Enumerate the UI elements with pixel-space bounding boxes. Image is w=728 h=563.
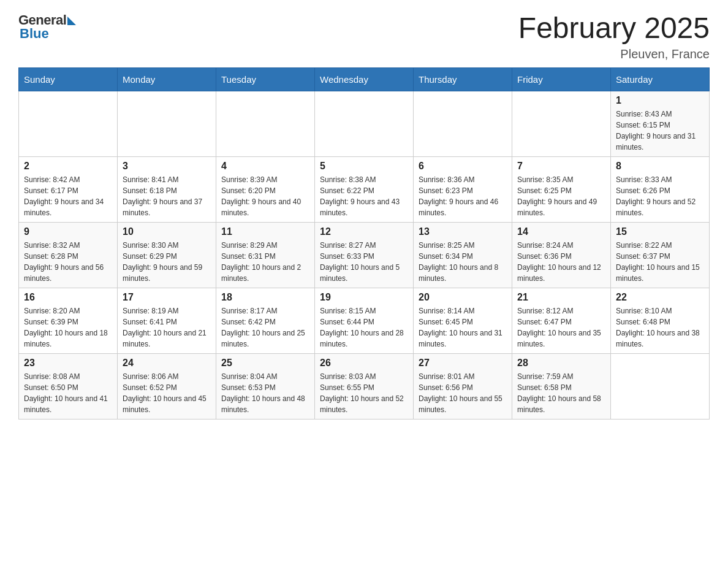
calendar-day-header: Thursday	[414, 67, 512, 91]
day-number: 7	[517, 161, 605, 172]
day-number: 27	[419, 358, 507, 369]
day-number: 13	[419, 226, 507, 237]
day-number: 11	[221, 226, 309, 237]
calendar-cell	[512, 91, 611, 156]
calendar-cell: 22Sunrise: 8:10 AMSunset: 6:48 PMDayligh…	[611, 288, 710, 353]
page-header: General Blue February 2025 Pleuven, Fran…	[18, 12, 710, 61]
day-number: 6	[419, 161, 507, 172]
calendar-cell: 13Sunrise: 8:25 AMSunset: 6:34 PMDayligh…	[414, 222, 512, 288]
calendar-week-row: 16Sunrise: 8:20 AMSunset: 6:39 PMDayligh…	[19, 288, 710, 353]
calendar-table: SundayMondayTuesdayWednesdayThursdayFrid…	[18, 67, 710, 419]
day-info: Sunrise: 8:35 AMSunset: 6:25 PMDaylight:…	[517, 174, 605, 218]
day-info: Sunrise: 8:25 AMSunset: 6:34 PMDaylight:…	[419, 240, 507, 284]
day-info: Sunrise: 8:30 AMSunset: 6:29 PMDaylight:…	[123, 240, 211, 284]
calendar-day-header: Monday	[118, 67, 216, 91]
calendar-cell: 26Sunrise: 8:03 AMSunset: 6:55 PMDayligh…	[315, 353, 414, 419]
day-number: 15	[616, 226, 704, 237]
day-info: Sunrise: 8:36 AMSunset: 6:23 PMDaylight:…	[419, 174, 507, 218]
day-info: Sunrise: 8:39 AMSunset: 6:20 PMDaylight:…	[221, 174, 309, 218]
calendar-cell: 19Sunrise: 8:15 AMSunset: 6:44 PMDayligh…	[315, 288, 414, 353]
calendar-day-header: Wednesday	[315, 67, 414, 91]
calendar-cell: 9Sunrise: 8:32 AMSunset: 6:28 PMDaylight…	[19, 222, 118, 288]
calendar-cell	[315, 91, 414, 156]
day-number: 22	[616, 292, 704, 303]
day-info: Sunrise: 8:33 AMSunset: 6:26 PMDaylight:…	[616, 174, 704, 218]
calendar-header-row: SundayMondayTuesdayWednesdayThursdayFrid…	[19, 67, 710, 91]
calendar-cell: 6Sunrise: 8:36 AMSunset: 6:23 PMDaylight…	[414, 156, 512, 222]
day-number: 28	[517, 358, 605, 369]
calendar-cell: 16Sunrise: 8:20 AMSunset: 6:39 PMDayligh…	[19, 288, 118, 353]
calendar-cell: 2Sunrise: 8:42 AMSunset: 6:17 PMDaylight…	[19, 156, 118, 222]
logo-blue-text: Blue	[18, 26, 49, 42]
calendar-cell: 23Sunrise: 8:08 AMSunset: 6:50 PMDayligh…	[19, 353, 118, 419]
calendar-cell: 12Sunrise: 8:27 AMSunset: 6:33 PMDayligh…	[315, 222, 414, 288]
calendar-week-row: 23Sunrise: 8:08 AMSunset: 6:50 PMDayligh…	[19, 353, 710, 419]
calendar-body: 1Sunrise: 8:43 AMSunset: 6:15 PMDaylight…	[19, 91, 710, 419]
title-section: February 2025 Pleuven, France	[518, 12, 710, 61]
day-info: Sunrise: 8:43 AMSunset: 6:15 PMDaylight:…	[616, 109, 704, 153]
day-number: 4	[221, 161, 309, 172]
calendar-day-header: Saturday	[611, 67, 710, 91]
day-number: 12	[320, 226, 408, 237]
logo: General Blue	[18, 12, 76, 42]
day-info: Sunrise: 8:10 AMSunset: 6:48 PMDaylight:…	[616, 305, 704, 350]
calendar-cell: 1Sunrise: 8:43 AMSunset: 6:15 PMDaylight…	[611, 91, 710, 156]
day-number: 1	[616, 95, 704, 106]
calendar-cell: 14Sunrise: 8:24 AMSunset: 6:36 PMDayligh…	[512, 222, 611, 288]
day-info: Sunrise: 8:12 AMSunset: 6:47 PMDaylight:…	[517, 305, 605, 350]
day-info: Sunrise: 8:24 AMSunset: 6:36 PMDaylight:…	[517, 240, 605, 284]
day-info: Sunrise: 8:19 AMSunset: 6:41 PMDaylight:…	[123, 305, 211, 350]
calendar-cell: 5Sunrise: 8:38 AMSunset: 6:22 PMDaylight…	[315, 156, 414, 222]
calendar-cell: 21Sunrise: 8:12 AMSunset: 6:47 PMDayligh…	[512, 288, 611, 353]
day-number: 26	[320, 358, 408, 369]
day-info: Sunrise: 8:01 AMSunset: 6:56 PMDaylight:…	[419, 371, 507, 415]
calendar-week-row: 1Sunrise: 8:43 AMSunset: 6:15 PMDaylight…	[19, 91, 710, 156]
day-number: 3	[123, 161, 211, 172]
day-number: 21	[517, 292, 605, 303]
calendar-cell	[19, 91, 118, 156]
logo-arrow-icon	[67, 17, 76, 25]
day-number: 25	[221, 358, 309, 369]
calendar-day-header: Friday	[512, 67, 611, 91]
calendar-cell: 25Sunrise: 8:04 AMSunset: 6:53 PMDayligh…	[216, 353, 315, 419]
day-info: Sunrise: 8:03 AMSunset: 6:55 PMDaylight:…	[320, 371, 408, 415]
calendar-cell: 18Sunrise: 8:17 AMSunset: 6:42 PMDayligh…	[216, 288, 315, 353]
day-number: 19	[320, 292, 408, 303]
day-number: 10	[123, 226, 211, 237]
calendar-cell: 10Sunrise: 8:30 AMSunset: 6:29 PMDayligh…	[118, 222, 216, 288]
day-info: Sunrise: 8:14 AMSunset: 6:45 PMDaylight:…	[419, 305, 507, 350]
day-info: Sunrise: 8:41 AMSunset: 6:18 PMDaylight:…	[123, 174, 211, 218]
day-info: Sunrise: 8:04 AMSunset: 6:53 PMDaylight:…	[221, 371, 309, 415]
day-info: Sunrise: 8:32 AMSunset: 6:28 PMDaylight:…	[24, 240, 112, 284]
calendar-cell: 17Sunrise: 8:19 AMSunset: 6:41 PMDayligh…	[118, 288, 216, 353]
calendar-cell	[118, 91, 216, 156]
calendar-cell: 11Sunrise: 8:29 AMSunset: 6:31 PMDayligh…	[216, 222, 315, 288]
calendar-cell: 7Sunrise: 8:35 AMSunset: 6:25 PMDaylight…	[512, 156, 611, 222]
day-number: 20	[419, 292, 507, 303]
day-number: 5	[320, 161, 408, 172]
day-info: Sunrise: 8:06 AMSunset: 6:52 PMDaylight:…	[123, 371, 211, 415]
day-number: 23	[24, 358, 112, 369]
day-info: Sunrise: 8:17 AMSunset: 6:42 PMDaylight:…	[221, 305, 309, 350]
calendar-cell: 15Sunrise: 8:22 AMSunset: 6:37 PMDayligh…	[611, 222, 710, 288]
day-info: Sunrise: 8:42 AMSunset: 6:17 PMDaylight:…	[24, 174, 112, 218]
day-number: 24	[123, 358, 211, 369]
day-number: 9	[24, 226, 112, 237]
day-info: Sunrise: 8:08 AMSunset: 6:50 PMDaylight:…	[24, 371, 112, 415]
day-info: Sunrise: 8:15 AMSunset: 6:44 PMDaylight:…	[320, 305, 408, 350]
day-number: 2	[24, 161, 112, 172]
day-info: Sunrise: 8:27 AMSunset: 6:33 PMDaylight:…	[320, 240, 408, 284]
calendar-cell: 28Sunrise: 7:59 AMSunset: 6:58 PMDayligh…	[512, 353, 611, 419]
day-number: 18	[221, 292, 309, 303]
page-subtitle: Pleuven, France	[518, 47, 710, 61]
calendar-header: SundayMondayTuesdayWednesdayThursdayFrid…	[19, 67, 710, 91]
page-title: February 2025	[518, 12, 710, 45]
day-info: Sunrise: 8:22 AMSunset: 6:37 PMDaylight:…	[616, 240, 704, 284]
day-info: Sunrise: 8:29 AMSunset: 6:31 PMDaylight:…	[221, 240, 309, 284]
calendar-cell: 3Sunrise: 8:41 AMSunset: 6:18 PMDaylight…	[118, 156, 216, 222]
day-info: Sunrise: 8:20 AMSunset: 6:39 PMDaylight:…	[24, 305, 112, 350]
calendar-cell: 27Sunrise: 8:01 AMSunset: 6:56 PMDayligh…	[414, 353, 512, 419]
calendar-cell: 20Sunrise: 8:14 AMSunset: 6:45 PMDayligh…	[414, 288, 512, 353]
calendar-cell: 8Sunrise: 8:33 AMSunset: 6:26 PMDaylight…	[611, 156, 710, 222]
calendar-cell	[414, 91, 512, 156]
